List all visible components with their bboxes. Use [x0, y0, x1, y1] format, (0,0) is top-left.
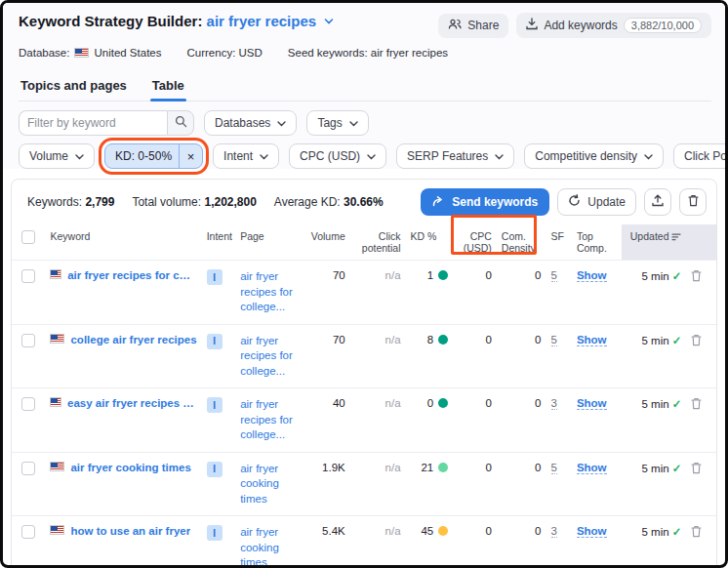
chevron-down-icon[interactable]: [324, 17, 334, 26]
col-header-intent[interactable]: Intent: [202, 224, 235, 261]
delete-row-button[interactable]: [686, 516, 716, 568]
show-competitors-link[interactable]: Show: [577, 269, 607, 282]
serp-features-count[interactable]: 3: [551, 397, 557, 410]
row-checkbox[interactable]: [21, 334, 35, 347]
keyword-link[interactable]: college air fryer recipes: [70, 334, 196, 345]
tab-topics-and-pages[interactable]: Topics and pages: [19, 72, 129, 101]
com-density-value: 0: [497, 324, 546, 388]
databases-dropdown[interactable]: Databases: [204, 110, 297, 136]
col-header-sf[interactable]: SF: [546, 224, 572, 261]
show-competitors-link[interactable]: Show: [577, 525, 607, 538]
add-keywords-button[interactable]: Add keywords 3,882/10,000: [516, 13, 711, 38]
show-competitors-link[interactable]: Show: [577, 462, 607, 474]
cpc-filter-label: CPC (USD): [300, 149, 360, 163]
col-header-keyword[interactable]: Keyword: [45, 224, 201, 261]
intent-badge[interactable]: I: [207, 269, 222, 285]
intent-badge[interactable]: I: [207, 397, 222, 413]
keyword-link[interactable]: air fryer cooking times: [70, 462, 190, 473]
delete-row-button[interactable]: [686, 452, 716, 516]
keyword-link[interactable]: how to use an air fryer: [70, 525, 190, 537]
add-keywords-label: Add keywords: [544, 19, 617, 32]
kd-value: 1: [427, 269, 433, 281]
cpc-filter-dropdown[interactable]: CPC (USD): [289, 143, 386, 169]
table-row[interactable]: how to use an air fryer I air fryer cook…: [12, 516, 716, 568]
col-header-com-density[interactable]: Com. Density: [497, 224, 546, 261]
keyword-link[interactable]: air fryer recipes for college stu...: [67, 269, 197, 281]
serp-features-filter-label: SERP Features: [407, 149, 488, 163]
us-flag-icon: [50, 397, 61, 407]
table-header-row: Keyword Intent Page Volume Click potenti…: [12, 224, 716, 261]
delete-row-button[interactable]: [686, 388, 716, 453]
average-kd-label: Average KD:: [274, 195, 341, 209]
col-header-kd[interactable]: KD %: [406, 224, 454, 261]
serp-features-count[interactable]: 5: [551, 334, 557, 346]
database-label: Database:: [19, 47, 69, 59]
tab-table[interactable]: Table: [150, 72, 186, 101]
page-link[interactable]: air fryer cooking times: [240, 463, 279, 505]
volume-filter-dropdown[interactable]: Volume: [19, 143, 95, 169]
click-potential-value: n/a: [350, 516, 406, 568]
col-header-page[interactable]: Page: [235, 224, 304, 261]
show-competitors-link[interactable]: Show: [577, 334, 607, 346]
page-title: Keyword Strategy Builder: air fryer reci…: [19, 13, 334, 29]
average-kd-value: 30.66%: [344, 195, 384, 209]
table-row[interactable]: air fryer recipes for college stu... I a…: [12, 261, 716, 325]
keywords-table: Keyword Intent Page Volume Click potenti…: [12, 224, 716, 568]
click-potential-filter-dropdown[interactable]: Click Potential: [673, 143, 728, 169]
export-button[interactable]: [644, 188, 671, 216]
row-checkbox[interactable]: [21, 269, 35, 283]
updated-value: 5 min: [642, 398, 669, 410]
table-row[interactable]: air fryer cooking times I air fryer cook…: [12, 452, 716, 516]
project-name[interactable]: air fryer recipes: [207, 13, 317, 29]
page-link[interactable]: air fryer recipes for college...: [240, 398, 293, 440]
row-checkbox[interactable]: [21, 525, 35, 539]
share-button[interactable]: Share: [438, 14, 508, 38]
intent-badge[interactable]: I: [207, 462, 222, 477]
col-header-click-potential[interactable]: Click potential: [350, 224, 406, 261]
updated-check-icon: ✓: [672, 335, 682, 346]
com-density-value: 0: [497, 452, 546, 516]
currency-label: Currency: USD: [186, 47, 262, 59]
delete-row-button[interactable]: [686, 324, 716, 388]
serp-features-count[interactable]: 5: [551, 462, 557, 474]
kd-filter-chip[interactable]: KD: 0-50% ×: [104, 143, 203, 169]
row-checkbox[interactable]: [21, 462, 35, 475]
cpc-value: 0: [453, 324, 497, 388]
search-button[interactable]: [167, 110, 194, 136]
serp-features-filter-dropdown[interactable]: SERP Features: [396, 143, 514, 169]
col-header-top-comp[interactable]: Top Comp.: [572, 224, 622, 261]
keywords-count-label: Keywords:: [27, 195, 82, 209]
kd-dot-indicator: [438, 335, 448, 345]
cpc-value: 0: [453, 388, 497, 453]
keyword-filter-input[interactable]: [19, 110, 167, 136]
show-competitors-link[interactable]: Show: [577, 397, 607, 410]
kd-dot-indicator: [438, 526, 448, 536]
update-label: Update: [587, 195, 626, 209]
intent-badge[interactable]: I: [207, 334, 222, 349]
send-keywords-button[interactable]: Send keywords: [421, 188, 549, 216]
intent-badge[interactable]: I: [207, 525, 222, 541]
update-button[interactable]: Update: [557, 188, 636, 216]
col-header-actions: [686, 224, 716, 261]
page-link[interactable]: air fryer recipes for college...: [240, 270, 293, 312]
delete-all-button[interactable]: [679, 188, 707, 216]
top-header: Keyword Strategy Builder: air fryer reci…: [3, 3, 725, 101]
col-header-updated[interactable]: Updated: [622, 224, 687, 261]
close-icon[interactable]: ×: [179, 144, 202, 168]
col-header-cpc[interactable]: CPC (USD): [453, 224, 497, 261]
serp-features-count[interactable]: 3: [551, 525, 557, 538]
table-row[interactable]: easy air fryer recipes for colleg... I a…: [12, 388, 716, 453]
select-all-checkbox[interactable]: [21, 230, 35, 244]
competitive-density-filter-dropdown[interactable]: Competitive density: [524, 143, 664, 169]
row-checkbox[interactable]: [21, 397, 35, 411]
intent-filter-dropdown[interactable]: Intent: [213, 143, 279, 169]
page-link[interactable]: air fryer cooking times: [240, 526, 279, 568]
table-row[interactable]: college air fryer recipes I air fryer re…: [12, 324, 716, 388]
keyword-link[interactable]: easy air fryer recipes for colleg...: [67, 397, 197, 409]
col-header-volume[interactable]: Volume: [304, 224, 350, 261]
serp-features-count[interactable]: 5: [551, 269, 557, 282]
delete-row-button[interactable]: [686, 261, 716, 325]
cpc-value: 0: [453, 516, 497, 568]
page-link[interactable]: air fryer recipes for college...: [240, 335, 293, 377]
tags-dropdown[interactable]: Tags: [306, 110, 368, 136]
